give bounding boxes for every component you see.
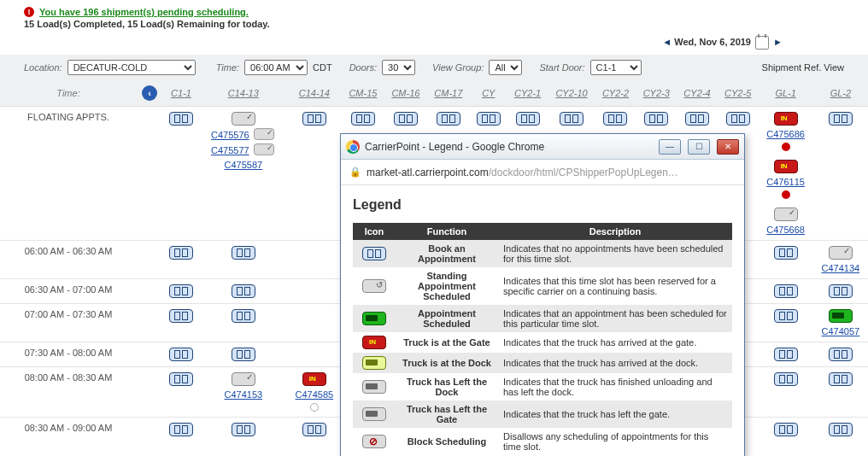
book-icon[interactable] [726,112,750,126]
standing-icon[interactable] [254,128,274,140]
book-icon[interactable] [560,112,584,126]
shipment-link[interactable]: C475577 [211,145,249,155]
shipment-link[interactable]: C474153 [224,389,262,400]
shipment-link[interactable]: C474585 [296,389,334,400]
book-icon[interactable] [232,423,255,436]
book-icon[interactable] [302,423,326,436]
standing-icon[interactable] [232,372,255,386]
shipment-link[interactable]: C475587 [224,160,262,170]
book-icon[interactable] [829,348,853,361]
location-label: Location: [24,62,62,73]
book-icon[interactable] [774,246,798,260]
book-icon[interactable] [774,348,798,361]
book-icon[interactable] [169,348,193,361]
book-icon[interactable] [232,309,255,323]
truck-left-dock-icon [362,380,386,394]
col-c14-14[interactable]: C14-14 [299,88,330,98]
book-icon[interactable] [829,372,853,386]
truck-gate-icon[interactable] [302,372,326,386]
book-icon[interactable] [829,284,853,298]
book-icon[interactable] [516,112,540,126]
col-cy2-4[interactable]: CY2-4 [683,88,710,98]
col-cm-16[interactable]: CM-16 [391,88,419,98]
legend-fn: Truck is at the Gate [396,332,498,353]
book-icon[interactable] [232,284,255,298]
col-cm-17[interactable]: CM-17 [434,88,462,98]
minimize-button[interactable]: — [659,139,681,155]
time-select[interactable]: 06:00 AM [244,60,308,75]
book-icon[interactable] [477,112,501,126]
shipment-link[interactable]: C475576 [211,130,249,140]
col-cy2-1[interactable]: CY2-1 [514,88,541,98]
book-icon[interactable] [351,112,375,126]
shipment-link[interactable]: C476115 [766,177,805,187]
book-icon[interactable] [437,112,460,126]
book-icon[interactable] [603,112,627,126]
row-0800: 08:00 AM - 08:30 AM [0,367,137,418]
time-label: Time: [216,62,239,73]
appt-scheduled-icon[interactable] [829,309,853,323]
col-cm-15[interactable]: CM-15 [349,88,377,98]
location-select[interactable]: DECATUR-COLD [67,60,196,75]
shipment-link[interactable]: C474057 [822,326,860,336]
book-icon[interactable] [774,372,798,386]
book-icon[interactable] [685,112,709,126]
book-icon[interactable] [232,246,255,260]
col-c1-1[interactable]: C1-1 [171,88,191,98]
col-c14-13[interactable]: C14-13 [228,88,259,98]
shipment-link[interactable]: C475668 [766,225,805,235]
book-icon[interactable] [774,309,798,323]
legend-desc: Indicates that the truck has arrived at … [498,353,732,373]
col-cy2-5[interactable]: CY2-5 [724,88,751,98]
nav-prev-icon[interactable]: ‹ [142,85,157,101]
col-cy2-2[interactable]: CY2-2 [602,88,629,98]
next-day-button[interactable]: ► [773,37,783,47]
book-icon[interactable] [394,112,418,126]
close-button[interactable]: ✕ [717,139,739,155]
book-icon[interactable] [169,309,193,323]
calendar-icon[interactable] [755,36,769,50]
startdoor-select[interactable]: C1-1 [590,60,642,75]
maximize-button[interactable]: ☐ [688,139,710,155]
standing-icon[interactable] [232,112,255,126]
lock-icon: 🔒 [349,167,361,178]
standing-icon[interactable] [774,208,798,221]
shipment-link[interactable]: C474134 [822,263,860,273]
standing-icon[interactable] [829,246,853,260]
viewgroup-select[interactable]: All [489,60,522,75]
truck-gate-icon[interactable] [774,160,798,173]
timezone-label: CDT [313,62,332,73]
doors-select[interactable]: 30 [382,60,415,75]
book-icon[interactable] [169,423,193,436]
viewgroup-label: View Group: [432,62,484,73]
chrome-icon [346,140,360,154]
book-icon[interactable] [829,112,853,126]
book-icon[interactable] [829,423,853,436]
truck-gate-icon[interactable] [774,112,798,126]
col-gl-1[interactable]: GL-1 [775,88,795,98]
book-icon[interactable] [774,284,798,298]
book-icon[interactable] [232,348,255,361]
book-icon[interactable] [644,112,668,126]
legend-fn: Book an Appointment [396,240,498,267]
prev-day-button[interactable]: ◄ [662,37,672,47]
col-gl-2[interactable]: GL-2 [830,88,851,98]
shipment-ref-view[interactable]: Shipment Ref. View [762,62,844,73]
col-cy2-3[interactable]: CY2-3 [643,88,670,98]
th-description: Description [498,223,732,240]
legend-table: Icon Function Description Book an Appoin… [353,223,732,455]
book-icon[interactable] [169,284,193,298]
book-icon[interactable] [302,112,326,126]
pending-shipments-link[interactable]: You have 196 shipment(s) pending schedul… [39,7,249,17]
legend-desc: Indicates that this time slot has been r… [498,267,732,305]
col-cy[interactable]: CY [482,88,495,98]
appt-scheduled-icon [362,312,386,325]
col-cy2-10[interactable]: CY2-10 [555,88,587,98]
legend-popup: CarrierPoint - Legend - Google Chrome — … [340,133,745,456]
book-icon[interactable] [169,112,193,126]
book-icon[interactable] [774,423,798,436]
book-icon[interactable] [169,246,193,260]
book-icon[interactable] [169,372,193,386]
shipment-link[interactable]: C475686 [766,129,805,139]
standing-icon[interactable] [254,143,274,155]
